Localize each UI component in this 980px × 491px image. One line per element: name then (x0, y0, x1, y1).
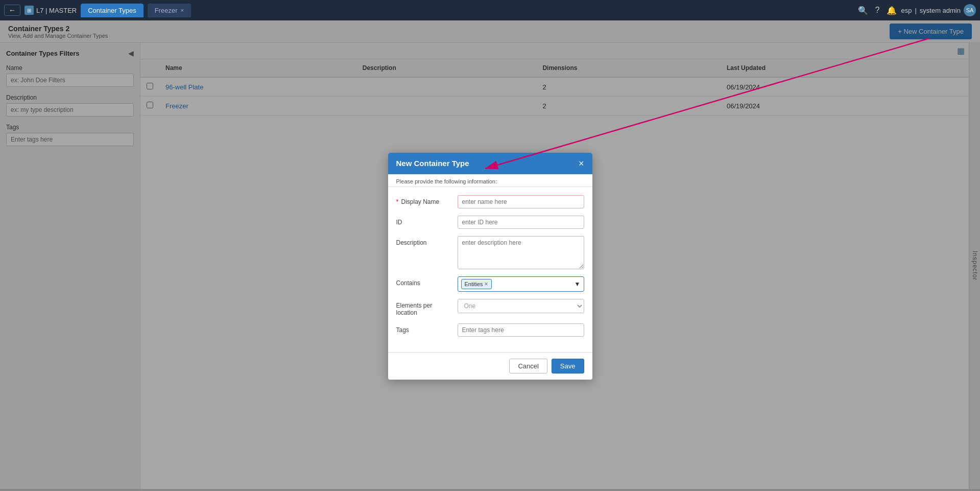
save-button[interactable]: Save (552, 359, 584, 373)
entities-tag: Entities × (461, 279, 492, 289)
id-input[interactable] (458, 216, 584, 229)
new-container-type-modal: New Container Type × Please provide the … (388, 153, 592, 380)
contains-dropdown[interactable]: ▼ (494, 280, 581, 288)
display-name-row: * Display Name (396, 195, 584, 208)
contains-field[interactable]: Entities × ▼ (458, 276, 584, 292)
description-row: Description (396, 236, 584, 269)
app-identity: ⊞ L7 | MASTER (25, 6, 77, 15)
display-name-label: * Display Name (396, 195, 458, 205)
required-indicator: * (396, 198, 399, 205)
app-title: L7 | MASTER (36, 7, 77, 14)
bell-icon[interactable]: 🔔 (887, 6, 897, 15)
tag-remove-icon[interactable]: × (485, 280, 488, 288)
nav-icons: 🔍 ? 🔔 (858, 6, 897, 15)
back-button[interactable]: ← (4, 5, 20, 16)
modal-close-button[interactable]: × (579, 159, 584, 168)
id-label: ID (396, 216, 458, 226)
modal-body: * Display Name ID Description Contains E… (388, 187, 592, 352)
app-icon: ⊞ (25, 6, 34, 15)
contains-row: Contains Entities × ▼ (396, 276, 584, 292)
cancel-button[interactable]: Cancel (509, 359, 547, 373)
tab-container-types[interactable]: Container Types (81, 4, 143, 17)
tags-input[interactable] (458, 323, 584, 337)
modal-header: New Container Type × (388, 153, 592, 174)
help-icon[interactable]: ? (875, 6, 880, 15)
dropdown-arrow-icon: ▼ (575, 280, 581, 288)
user-menu[interactable]: esp | system admin SA (901, 4, 976, 16)
modal-subtitle: Please provide the following information… (388, 174, 592, 187)
modal-title: New Container Type (396, 159, 469, 168)
id-row: ID (396, 216, 584, 229)
tags-row: Tags (396, 323, 584, 337)
tab-close-icon[interactable]: × (180, 7, 183, 13)
elements-row: Elements perlocation One Two Three Many (396, 299, 584, 316)
tab-freezer[interactable]: Freezer × (148, 4, 191, 17)
description-label: Description (396, 236, 458, 246)
description-input[interactable] (458, 236, 584, 269)
display-name-input[interactable] (458, 195, 584, 208)
elements-select[interactable]: One Two Three Many (458, 299, 584, 313)
modal-footer: Cancel Save (388, 352, 592, 380)
search-icon[interactable]: 🔍 (858, 6, 868, 15)
avatar: SA (964, 4, 976, 16)
tags-label: Tags (396, 323, 458, 334)
top-nav: ← ⊞ L7 | MASTER Container Types Freezer … (0, 0, 980, 20)
contains-label: Contains (396, 276, 458, 287)
elements-label: Elements perlocation (396, 299, 458, 316)
